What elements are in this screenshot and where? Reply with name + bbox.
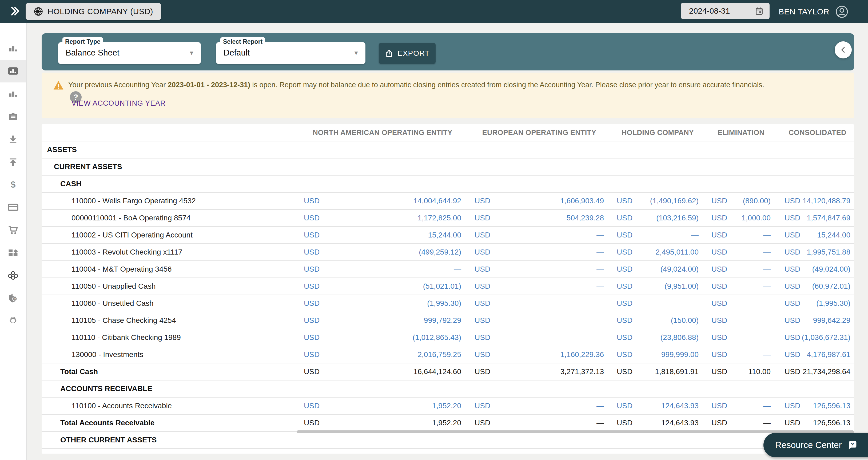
currency-code[interactable]: USD bbox=[784, 214, 800, 222]
amount-value[interactable]: 15,244.00 bbox=[817, 231, 850, 239]
currency-code[interactable]: USD bbox=[711, 197, 727, 205]
amount-value[interactable]: (9,951.00) bbox=[664, 282, 699, 290]
currency-code[interactable]: USD bbox=[617, 248, 632, 256]
currency-code[interactable]: USD bbox=[617, 299, 632, 308]
currency-code[interactable]: USD bbox=[304, 402, 319, 410]
currency-code[interactable]: USD bbox=[617, 282, 632, 290]
amount-value[interactable]: 1,172,825.00 bbox=[418, 214, 462, 222]
sidebar-item-network[interactable] bbox=[0, 264, 26, 286]
horizontal-scrollbar[interactable] bbox=[297, 430, 854, 433]
amount-value[interactable]: — bbox=[596, 333, 604, 342]
sidebar-item-bar-chart-alt[interactable] bbox=[0, 83, 26, 105]
amount-value[interactable]: — bbox=[596, 248, 604, 256]
amount-value[interactable]: (1,490,169.62) bbox=[650, 197, 699, 205]
table-row-account[interactable]: 110003 - Revolut Checking x1117USD(499,2… bbox=[41, 244, 854, 261]
currency-code[interactable]: USD bbox=[304, 316, 319, 325]
currency-code[interactable]: USD bbox=[474, 231, 490, 239]
table-row-account[interactable]: 110050 - Unapplied CashUSD(51,021.01)USD… bbox=[41, 278, 854, 295]
amount-value[interactable]: (150.00) bbox=[671, 316, 699, 325]
currency-code[interactable]: USD bbox=[711, 350, 727, 359]
entity-selector-button[interactable]: HOLDING COMPANY (USD) bbox=[26, 3, 161, 20]
amount-value[interactable]: (23,806.88) bbox=[660, 333, 699, 342]
currency-code[interactable]: USD bbox=[617, 402, 632, 410]
amount-value[interactable]: (1,995.30) bbox=[816, 299, 850, 308]
currency-code[interactable]: USD bbox=[784, 231, 800, 239]
currency-code[interactable]: USD bbox=[617, 231, 632, 239]
collapse-panel-button[interactable] bbox=[835, 41, 852, 58]
currency-code[interactable]: USD bbox=[304, 214, 319, 222]
amount-value[interactable]: — bbox=[763, 402, 771, 410]
currency-code[interactable]: USD bbox=[711, 299, 727, 308]
amount-value[interactable]: 1,574,847.69 bbox=[807, 214, 851, 222]
currency-code[interactable]: USD bbox=[784, 350, 800, 359]
currency-code[interactable]: USD bbox=[711, 402, 727, 410]
table-row-account[interactable]: 110060 - Unsettled CashUSD(1,995.30)USD—… bbox=[41, 295, 854, 312]
report-type-select[interactable]: Report Type Balance Sheet ▼ bbox=[58, 42, 201, 64]
amount-value[interactable]: (103,216.59) bbox=[656, 214, 699, 222]
amount-value[interactable]: 1,952.20 bbox=[432, 402, 461, 410]
currency-code[interactable]: USD bbox=[784, 282, 800, 290]
sidebar-item-clipboard[interactable] bbox=[0, 105, 26, 128]
currency-code[interactable]: USD bbox=[617, 197, 632, 205]
sidebar-item-download[interactable] bbox=[0, 128, 26, 151]
amount-value[interactable]: (890.00) bbox=[743, 197, 771, 205]
table-row-account[interactable]: 130000 - InvestmentsUSD2,016,759.25USD1,… bbox=[41, 346, 854, 363]
sidebar-item-bar-chart[interactable] bbox=[0, 37, 26, 60]
amount-value[interactable]: 999,642.29 bbox=[813, 316, 850, 325]
currency-code[interactable]: USD bbox=[711, 231, 727, 239]
amount-value[interactable]: 126,596.13 bbox=[813, 402, 850, 410]
user-menu[interactable]: BEN TAYLOR bbox=[779, 0, 848, 23]
currency-code[interactable]: USD bbox=[617, 350, 632, 359]
table-row-account[interactable]: 110000 - Wells Fargo Operating 4532USD14… bbox=[41, 193, 854, 210]
currency-code[interactable]: USD bbox=[474, 299, 490, 308]
resource-center-button[interactable]: Resource Center ? bbox=[764, 433, 868, 457]
currency-code[interactable]: USD bbox=[304, 197, 319, 205]
sidebar-item-upload[interactable] bbox=[0, 151, 26, 173]
sidebar-item-gear[interactable] bbox=[0, 309, 26, 332]
sidebar-item-bar-chart-filled[interactable] bbox=[0, 60, 26, 83]
amount-value[interactable]: — bbox=[763, 282, 771, 290]
table-row-account[interactable]: 110110 - Citibank Checking 1989USD(1,012… bbox=[41, 329, 854, 346]
currency-code[interactable]: USD bbox=[474, 350, 490, 359]
currency-code[interactable]: USD bbox=[304, 265, 319, 274]
table-row-account[interactable]: 110105 - Chase Checking 4254USD999,792.2… bbox=[41, 312, 854, 329]
currency-code[interactable]: USD bbox=[784, 248, 800, 256]
amount-value[interactable]: — bbox=[596, 265, 604, 274]
currency-code[interactable]: USD bbox=[617, 333, 632, 342]
currency-code[interactable]: USD bbox=[474, 248, 490, 256]
amount-value[interactable]: — bbox=[596, 402, 604, 410]
currency-code[interactable]: USD bbox=[711, 214, 727, 222]
amount-value[interactable]: 14,004,644.92 bbox=[413, 197, 461, 205]
amount-value[interactable]: 2,016,759.25 bbox=[418, 350, 462, 359]
currency-code[interactable]: USD bbox=[474, 197, 490, 205]
currency-code[interactable]: USD bbox=[474, 265, 490, 274]
currency-code[interactable]: USD bbox=[784, 333, 800, 342]
amount-value[interactable]: (1,036,672.31) bbox=[802, 333, 850, 342]
select-report-select[interactable]: Select Report Default ▼ bbox=[216, 42, 366, 64]
amount-value[interactable]: — bbox=[763, 350, 771, 359]
amount-value[interactable]: (499,259.12) bbox=[419, 248, 461, 256]
sidebar-expand-icon[interactable] bbox=[7, 4, 22, 19]
currency-code[interactable]: USD bbox=[304, 299, 319, 308]
amount-value[interactable]: 1,000.00 bbox=[742, 214, 771, 222]
currency-code[interactable]: USD bbox=[711, 265, 727, 274]
amount-value[interactable]: — bbox=[596, 231, 604, 239]
currency-code[interactable]: USD bbox=[617, 214, 632, 222]
currency-code[interactable]: USD bbox=[711, 316, 727, 325]
amount-value[interactable]: 1,160,229.36 bbox=[560, 350, 604, 359]
amount-value[interactable]: — bbox=[763, 299, 771, 308]
sidebar-item-credit-card[interactable] bbox=[0, 196, 26, 218]
sidebar-item-dollar[interactable]: $ bbox=[0, 173, 26, 196]
report-date-input[interactable]: 2024-08-31 bbox=[681, 3, 770, 19]
currency-code[interactable]: USD bbox=[711, 282, 727, 290]
amount-value[interactable]: 999,792.29 bbox=[424, 316, 461, 325]
currency-code[interactable]: USD bbox=[474, 333, 490, 342]
amount-value[interactable]: — bbox=[454, 265, 461, 274]
currency-code[interactable]: USD bbox=[474, 402, 490, 410]
amount-value[interactable]: (60,972.01) bbox=[812, 282, 850, 290]
amount-value[interactable]: — bbox=[763, 248, 771, 256]
amount-value[interactable]: — bbox=[763, 333, 771, 342]
currency-code[interactable]: USD bbox=[304, 282, 319, 290]
amount-value[interactable]: — bbox=[596, 316, 604, 325]
amount-value[interactable]: 1,995,751.88 bbox=[807, 248, 851, 256]
